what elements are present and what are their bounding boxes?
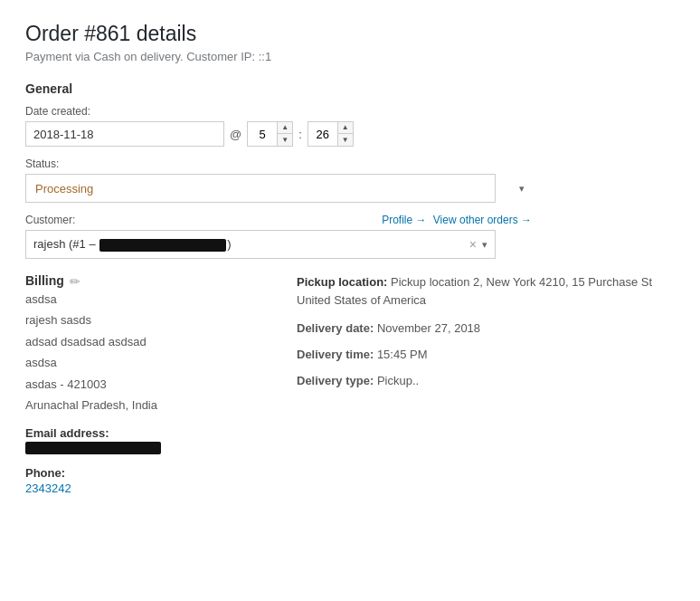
billing-section-title: Billing <box>25 273 64 288</box>
hour-down-button[interactable]: ▼ <box>278 134 292 146</box>
delivery-time: Delivery time: 15:45 PM <box>297 346 675 365</box>
billing-line6: Arunachal Pradesh, India <box>25 395 260 415</box>
billing-line5: asdas - 421003 <box>25 374 260 395</box>
minute-input[interactable] <box>308 128 337 141</box>
customer-view-orders-link[interactable]: View other orders → <box>433 214 532 226</box>
pickup-location: Pickup location: Pickup location 2, New … <box>297 273 675 309</box>
link-separator <box>428 214 430 226</box>
email-value-redacted <box>25 442 161 454</box>
hour-input[interactable] <box>248 128 277 141</box>
delivery-date-value: November 27, 2018 <box>377 321 480 335</box>
customer-profile-link[interactable]: Profile → <box>382 214 426 226</box>
customer-clear-icon[interactable]: × <box>469 237 477 252</box>
billing-column: Billing ✏ asdsa rajesh sasds adsad dsads… <box>25 273 260 495</box>
delivery-type-value: Pickup.. <box>377 374 419 387</box>
delivery-time-value: 15:45 PM <box>377 348 428 361</box>
billing-line4: asdsa <box>25 352 260 373</box>
billing-line1: asdsa <box>25 289 260 310</box>
billing-header: Billing ✏ <box>25 273 260 289</box>
minute-down-button[interactable]: ▼ <box>338 134 353 146</box>
customer-chevron-icon: ▾ <box>482 239 487 251</box>
delivery-type-label: Delivery type: <box>297 374 374 387</box>
status-select[interactable]: Pending payment Processing On hold Compl… <box>25 174 496 203</box>
customer-select-wrapper[interactable]: rajesh (#1 – ) × ▾ <box>25 230 496 259</box>
pickup-label: Pickup location: <box>297 275 387 289</box>
date-label: Date created: <box>25 105 532 118</box>
delivery-column: Pickup location: Pickup location 2, New … <box>297 273 675 495</box>
status-chevron-icon: ▾ <box>519 183 525 195</box>
customer-row: Customer: Profile → View other orders → <box>25 214 532 226</box>
page-subtitle: Payment via Cash on delivery. Customer I… <box>25 50 675 63</box>
billing-delivery-section: Billing ✏ asdsa rajesh sasds adsad dsads… <box>25 273 675 495</box>
delivery-date-label: Delivery date: <box>297 321 374 335</box>
time-colon: : <box>298 128 302 141</box>
minute-spinner: ▲ ▼ <box>307 121 354 147</box>
phone-label: Phone: <box>25 466 260 480</box>
status-wrapper: Pending payment Processing On hold Compl… <box>25 174 532 203</box>
billing-line2: rajesh sasds <box>25 310 260 330</box>
customer-label: Customer: <box>25 214 75 226</box>
delivery-date: Delivery date: November 27, 2018 <box>297 320 675 339</box>
general-section-title: General <box>25 81 532 96</box>
page-title: Order #861 details <box>25 22 675 46</box>
customer-value: rajesh (#1 – ) <box>33 237 464 252</box>
customer-email-redacted <box>99 239 226 252</box>
at-sign: @ <box>230 128 241 141</box>
customer-links: Profile → View other orders → <box>382 214 532 226</box>
delivery-time-label: Delivery time: <box>297 348 374 361</box>
phone-value: 2343242 <box>25 482 260 495</box>
date-input[interactable] <box>25 121 224 147</box>
phone-link[interactable]: 2343242 <box>25 482 71 495</box>
billing-line3: adsad dsadsad asdsad <box>25 331 260 352</box>
email-label: Email address: <box>25 426 260 440</box>
status-label: Status: <box>25 157 532 170</box>
minute-up-button[interactable]: ▲ <box>338 122 353 134</box>
delivery-type: Delivery type: Pickup.. <box>297 372 675 391</box>
hour-spinner: ▲ ▼ <box>247 121 293 147</box>
date-row: @ ▲ ▼ : ▲ ▼ <box>25 121 532 147</box>
billing-address: asdsa rajesh sasds adsad dsadsad asdsad … <box>25 289 260 415</box>
hour-up-button[interactable]: ▲ <box>278 122 292 134</box>
billing-edit-icon[interactable]: ✏ <box>70 274 80 289</box>
